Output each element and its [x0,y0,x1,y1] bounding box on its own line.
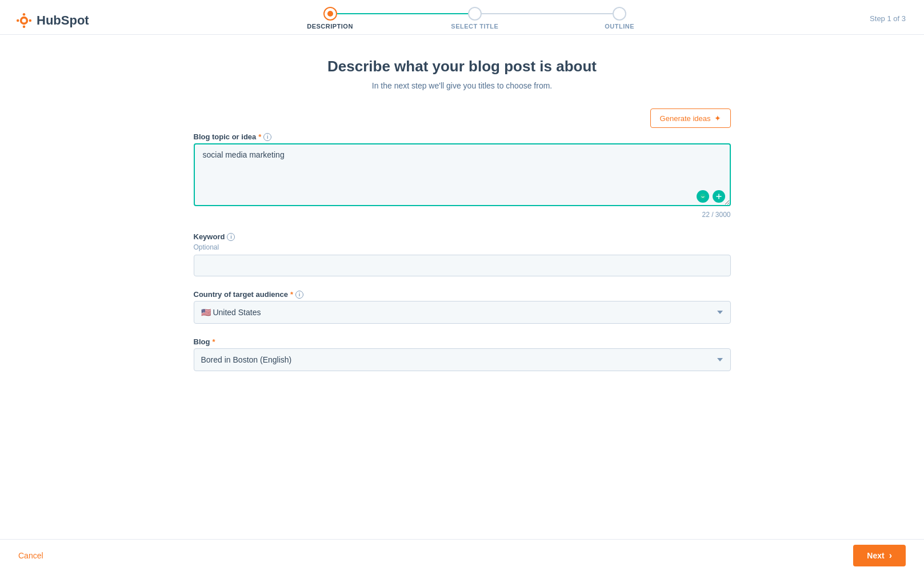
logo-text: HubSpot [37,13,89,28]
svg-point-3 [23,26,26,29]
blog-topic-field-group: Blog topic or idea * i social media mark… [194,132,731,219]
blog-required: * [212,337,215,346]
blog-topic-label: Blog topic or idea * i [194,132,731,141]
svg-point-4 [17,19,19,22]
svg-point-2 [23,13,26,16]
keyword-field-group: Keyword i Optional [194,232,731,276]
blog-topic-textarea[interactable]: social media marketing [194,143,731,206]
next-label: Next [867,551,884,560]
svg-point-5 [29,19,32,22]
hubspot-logo-icon [14,10,34,31]
footer: Cancel Next › [0,539,924,571]
blog-topic-required: * [258,132,261,141]
svg-point-1 [22,18,26,22]
blog-field-group: Blog * Bored in Boston (English) [194,337,731,371]
stepper: DESCRIPTION SELECT TITLE OUTLINE [258,7,692,30]
form-container: Generate ideas ✦ Blog topic or idea * i … [194,108,731,385]
page-title: Describe what your blog post is about [327,58,597,75]
keyword-info-icon[interactable]: i [227,233,235,241]
generate-row: Generate ideas ✦ [194,108,731,128]
next-button[interactable]: Next › [853,545,906,566]
step-select-title: SELECT TITLE [402,7,547,30]
generate-ideas-label: Generate ideas [660,114,711,123]
hubspot-logo: HubSpot [14,10,89,31]
stepper-container: DESCRIPTION SELECT TITLE OUTLINE [89,7,861,34]
country-field-group: Country of target audience * i 🇺🇸 United… [194,290,731,324]
main-content: Describe what your blog post is about In… [0,35,924,571]
blog-select[interactable]: Bored in Boston (English) [194,348,731,371]
country-required: * [290,290,293,299]
step-counter: Step 1 of 3 [870,14,906,27]
next-arrow-icon: › [889,550,892,561]
step-outline: OUTLINE [547,7,692,30]
step-circle-2 [468,7,482,21]
blog-topic-textarea-wrapper: social media marketing [194,143,731,208]
blog-label: Blog * [194,337,731,346]
keyword-label: Keyword i [194,232,731,241]
sparkle-icon: ✦ [714,114,721,123]
step-label-1: DESCRIPTION [307,23,353,30]
page-subtitle: In the next step we'll give you titles t… [372,81,553,90]
grammarly-icon[interactable] [697,190,709,203]
step-label-3: OUTLINE [605,23,634,30]
generate-ideas-button[interactable]: Generate ideas ✦ [650,108,731,128]
ai-assist-icon[interactable] [713,190,725,203]
top-header: HubSpot DESCRIPTION SELECT TIT [0,0,924,35]
keyword-sublabel: Optional [194,243,731,251]
char-count: 22 / 3000 [702,211,730,219]
step-circle-1 [323,7,337,21]
cancel-button[interactable]: Cancel [18,551,43,560]
blog-select-wrapper: Bored in Boston (English) [194,348,731,371]
country-info-icon[interactable]: i [295,291,303,299]
country-select-wrapper: 🇺🇸 United States 🇬🇧 United Kingdom 🇨🇦 Ca… [194,301,731,324]
step-circle-3 [613,7,626,21]
blog-topic-info-icon[interactable]: i [263,133,271,141]
textarea-footer: 22 / 3000 [194,211,731,219]
keyword-input[interactable] [194,255,731,276]
svg-point-6 [700,194,706,199]
textarea-icons [697,190,725,203]
step-description: DESCRIPTION [258,7,402,30]
country-label: Country of target audience * i [194,290,731,299]
country-select[interactable]: 🇺🇸 United States 🇬🇧 United Kingdom 🇨🇦 Ca… [194,301,731,324]
step-label-2: SELECT TITLE [451,23,498,30]
